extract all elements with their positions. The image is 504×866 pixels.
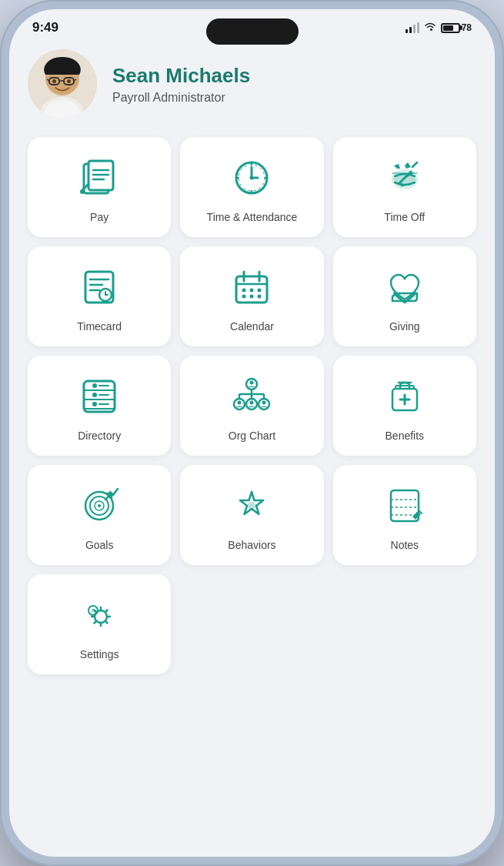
tile-benefits[interactable]: Benefits [333, 356, 476, 456]
tile-notes[interactable]: Notes [333, 465, 476, 565]
svg-point-64 [250, 380, 254, 384]
pay-label: Pay [90, 210, 108, 224]
svg-point-85 [92, 608, 95, 612]
time-off-label: Time Off [384, 210, 425, 224]
behaviors-icon [227, 481, 276, 530]
phone-screen: 9:49 [9, 9, 495, 857]
svg-point-8 [52, 79, 56, 83]
battery-level: 78 [462, 22, 472, 33]
tile-settings[interactable]: Settings [28, 574, 171, 674]
benefits-icon [380, 372, 429, 421]
profile-name: Sean Michaels [112, 64, 250, 88]
goals-label: Goals [85, 538, 114, 552]
dynamic-island [206, 18, 299, 45]
tile-goals[interactable]: Goals [28, 465, 171, 565]
svg-point-43 [250, 294, 254, 298]
benefits-label: Benefits [386, 429, 425, 443]
directory-icon [75, 372, 124, 421]
calendar-label: Calendar [230, 319, 274, 333]
giving-label: Giving [389, 319, 420, 333]
tile-directory[interactable]: Directory [28, 356, 171, 456]
app-content: Sean Michaels Payroll Administrator Pay … [9, 42, 495, 843]
behaviors-label: Behaviors [228, 538, 275, 552]
svg-point-76 [98, 504, 101, 507]
tile-org-chart[interactable]: Org Chart [180, 356, 323, 456]
svg-point-9 [67, 79, 71, 83]
svg-point-20 [250, 176, 254, 179]
signal-icon [406, 22, 419, 33]
svg-point-65 [238, 400, 242, 404]
notes-icon [380, 481, 429, 530]
svg-point-44 [258, 294, 262, 298]
settings-label: Settings [80, 647, 119, 661]
wifi-icon [424, 22, 436, 34]
svg-point-53 [92, 402, 97, 406]
tile-timecard[interactable]: Timecard [28, 246, 171, 346]
svg-line-27 [412, 162, 417, 167]
notes-label: Notes [391, 538, 419, 552]
goals-icon [75, 481, 124, 530]
tile-behaviors[interactable]: Behaviors [180, 465, 323, 565]
time-attendance-icon [227, 153, 276, 202]
time-attendance-label: Time & Attendance [207, 210, 298, 224]
calendar-icon [227, 262, 276, 312]
battery-icon: 78 [441, 22, 472, 33]
profile-section: Sean Michaels Payroll Administrator [28, 42, 476, 137]
status-icons: 78 [406, 22, 472, 34]
svg-point-15 [80, 189, 85, 194]
org-chart-label: Org Chart [229, 429, 275, 443]
svg-point-51 [92, 393, 97, 397]
directory-label: Directory [78, 429, 121, 443]
svg-point-49 [92, 383, 97, 388]
app-grid: Pay Time & Attendance Time Off Timecard [28, 137, 476, 674]
tile-time-attendance[interactable]: Time & Attendance [180, 137, 323, 237]
svg-point-40 [250, 288, 254, 292]
phone-frame: 9:49 [0, 0, 504, 866]
profile-info: Sean Michaels Payroll Administrator [112, 64, 250, 105]
settings-icon [75, 590, 124, 640]
pay-icon [75, 153, 124, 202]
tile-pay[interactable]: Pay [28, 137, 171, 237]
time-off-icon [380, 153, 429, 202]
status-time: 9:49 [32, 20, 58, 35]
tile-time-off[interactable]: Time Off [333, 137, 476, 237]
tile-giving[interactable]: Giving [333, 246, 476, 346]
svg-point-67 [262, 400, 266, 404]
svg-rect-70 [396, 386, 414, 389]
svg-point-66 [250, 400, 254, 404]
org-chart-icon [227, 372, 276, 421]
svg-point-39 [242, 288, 246, 292]
svg-point-41 [258, 288, 262, 292]
tile-calendar[interactable]: Calendar [180, 246, 323, 346]
avatar [28, 49, 97, 119]
svg-point-42 [242, 294, 246, 298]
profile-role: Payroll Administrator [112, 91, 250, 105]
svg-point-77 [248, 502, 255, 510]
timecard-icon [75, 262, 124, 312]
timecard-label: Timecard [77, 319, 122, 333]
giving-icon [380, 262, 429, 312]
